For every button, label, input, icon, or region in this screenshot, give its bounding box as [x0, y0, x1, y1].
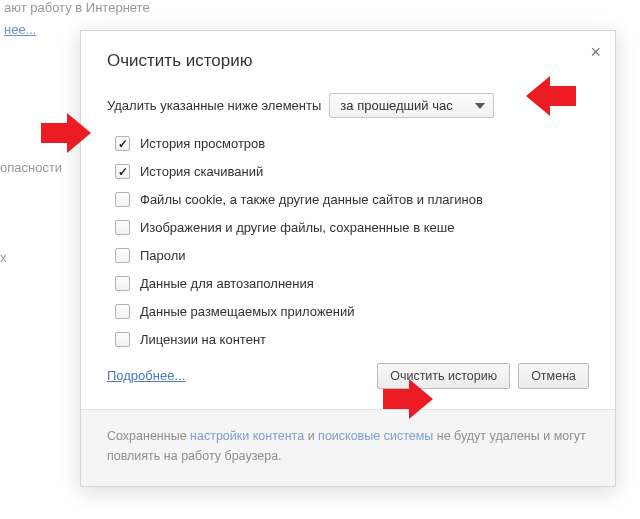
- checkbox-row: История скачиваний: [115, 164, 589, 179]
- bg-text-line: опасности: [0, 160, 62, 175]
- checkbox[interactable]: [115, 332, 130, 347]
- close-icon[interactable]: ×: [590, 43, 601, 61]
- checkbox-row: Пароли: [115, 248, 589, 263]
- checkbox-row: Изображения и другие файлы, сохраненные …: [115, 220, 589, 235]
- checkbox-label: История скачиваний: [140, 164, 263, 179]
- bg-text-line: ают работу в Интернете: [4, 0, 150, 15]
- checkbox-label: Файлы cookie, а также другие данные сайт…: [140, 192, 483, 207]
- checkbox[interactable]: [115, 164, 130, 179]
- checkbox[interactable]: [115, 192, 130, 207]
- checkbox-row: Лицензии на контент: [115, 332, 589, 347]
- checkbox-label: Данные размещаемых приложений: [140, 304, 355, 319]
- checkbox-label: Лицензии на контент: [140, 332, 266, 347]
- footer-link-search-engines[interactable]: поисковые системы: [318, 429, 433, 443]
- time-range-value: за прошедший час: [340, 98, 452, 113]
- footer-text: и: [304, 429, 318, 443]
- checkbox-label: Пароли: [140, 248, 186, 263]
- checkbox[interactable]: [115, 220, 130, 235]
- checkbox-row: История просмотров: [115, 136, 589, 151]
- bg-link[interactable]: нее...: [4, 22, 36, 37]
- checkbox[interactable]: [115, 248, 130, 263]
- clear-history-button[interactable]: Очистить историю: [377, 363, 510, 389]
- checkbox-row: Файлы cookie, а также другие данные сайт…: [115, 192, 589, 207]
- dialog-title: Очистить историю: [107, 51, 589, 71]
- checkbox-row: Данные размещаемых приложений: [115, 304, 589, 319]
- checkbox-row: Данные для автозаполнения: [115, 276, 589, 291]
- checkbox[interactable]: [115, 304, 130, 319]
- checkbox-label: История просмотров: [140, 136, 265, 151]
- checkbox-label: Данные для автозаполнения: [140, 276, 314, 291]
- footer-text: Сохраненные: [107, 429, 190, 443]
- dialog-footer: Сохраненные настройки контента и поисков…: [81, 409, 615, 486]
- checkbox-label: Изображения и другие файлы, сохраненные …: [140, 220, 454, 235]
- checkbox[interactable]: [115, 136, 130, 151]
- dialog-subtitle: Удалить указанные ниже элементы: [107, 98, 321, 113]
- bg-text-line: x: [0, 250, 7, 265]
- checkbox[interactable]: [115, 276, 130, 291]
- cancel-button[interactable]: Отмена: [518, 363, 589, 389]
- time-range-select[interactable]: за прошедший час: [329, 93, 494, 118]
- footer-link-content-settings[interactable]: настройки контента: [190, 429, 304, 443]
- chevron-down-icon: [475, 103, 485, 109]
- more-link[interactable]: Подробнее...: [107, 368, 185, 383]
- clear-history-dialog: × Очистить историю Удалить указанные ниж…: [80, 30, 616, 487]
